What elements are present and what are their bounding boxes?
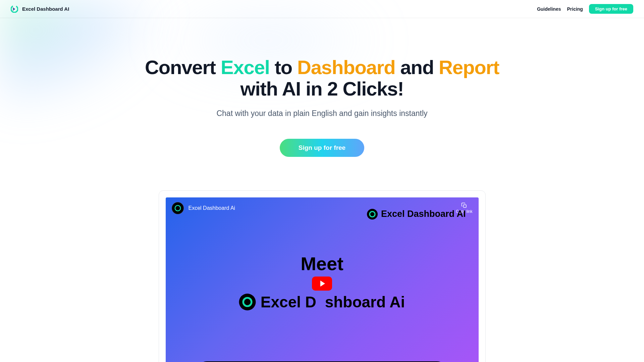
nav-pricing[interactable]: Pricing: [567, 6, 583, 12]
brand-logo-icon: [11, 5, 18, 13]
svg-rect-2: [464, 204, 466, 207]
video-channel-avatar-icon: [172, 202, 184, 214]
play-button[interactable]: [312, 277, 332, 291]
accent-dashboard: Dashboard: [297, 56, 395, 78]
svg-point-4: [243, 298, 252, 306]
video-brand-overlay: Excel Dashboard AI: [367, 209, 466, 220]
signup-button-cta[interactable]: Sign up for free: [280, 139, 364, 157]
play-icon: [320, 281, 325, 287]
video-brand-large-icon: [239, 294, 256, 310]
nav-guidelines[interactable]: Guidelines: [537, 6, 561, 12]
hero-title: Convert Excel to Dashboard and Report wi…: [7, 57, 637, 100]
signup-button-header[interactable]: Sign up for free: [589, 4, 633, 14]
hero-section: Convert Excel to Dashboard and Report wi…: [0, 18, 644, 174]
brand-name: Excel Dashboard AI: [22, 6, 69, 12]
video-brand-icon: [367, 209, 378, 220]
video-title-section[interactable]: Excel Dashboard Ai: [172, 202, 235, 214]
video-title: Excel Dashboard Ai: [189, 205, 235, 211]
video-brand-large: Excel Dashboard Ai: [166, 293, 479, 311]
svg-point-1: [175, 205, 180, 210]
copy-icon: [461, 202, 467, 208]
svg-point-3: [370, 212, 375, 217]
video-player[interactable]: Excel Dashboard Ai Copy link Excel Dashb…: [166, 197, 479, 362]
logo-section[interactable]: Excel Dashboard AI: [11, 5, 69, 13]
video-container: Excel Dashboard Ai Copy link Excel Dashb…: [159, 190, 486, 362]
nav-section: Guidelines Pricing Sign up for free: [537, 4, 633, 14]
accent-excel: Excel: [221, 56, 270, 78]
video-meet-text: Meet: [166, 253, 479, 275]
header: Excel Dashboard AI Guidelines Pricing Si…: [0, 0, 644, 18]
hero-subtitle: Chat with your data in plain English and…: [7, 109, 637, 118]
accent-report: Report: [439, 56, 499, 78]
